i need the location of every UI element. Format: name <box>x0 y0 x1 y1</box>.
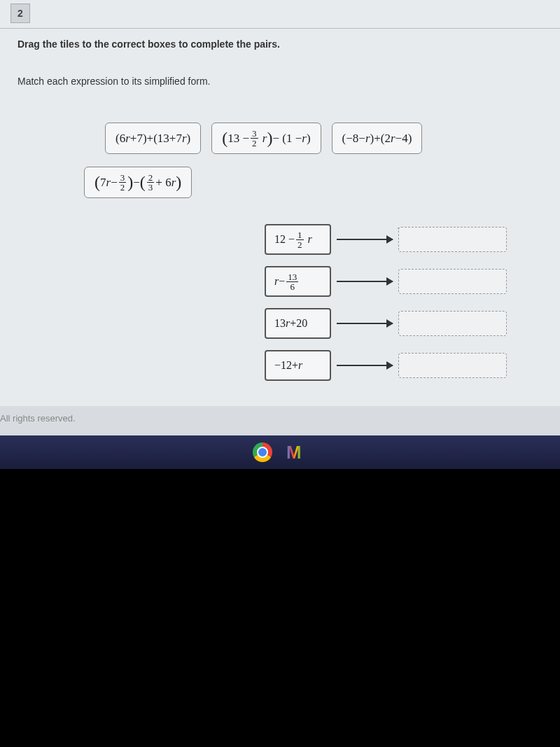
drop-zone-1[interactable] <box>398 227 507 252</box>
tiles-container: (6r+7)+(13+7r) (13 − 32 r) − (1 − r) (−8… <box>105 123 525 154</box>
arrow-icon <box>337 365 393 366</box>
answer-box-2: r − 136 <box>265 266 331 297</box>
drop-zone-2[interactable] <box>398 269 507 294</box>
expression-tile-1[interactable]: (6r+7)+(13+7r) <box>105 123 201 154</box>
match-row-4: −12+r <box>265 350 507 381</box>
drop-zone-4[interactable] <box>398 353 507 378</box>
content-area: 2 Drag the tiles to the correct boxes to… <box>0 0 560 406</box>
match-row-3: 13r+20 <box>265 308 507 339</box>
footer-copyright: All rights reserved. <box>0 413 76 424</box>
main-instruction: Drag the tiles to the correct boxes to c… <box>18 39 280 50</box>
answer-box-3: 13r+20 <box>265 308 331 339</box>
match-row-1: 12 − 12 r <box>265 224 507 255</box>
match-row-2: r − 136 <box>265 266 507 297</box>
arrow-icon <box>337 281 393 282</box>
expression-tile-4[interactable]: (7r − 32) − (23 + 6r) <box>84 167 192 198</box>
answer-box-1: 12 − 12 r <box>265 224 331 255</box>
expression-tile-3[interactable]: (−8−r)+(2r−4) <box>332 123 423 154</box>
black-bezel <box>0 469 560 747</box>
sub-instruction: Match each expression to its simplified … <box>18 76 210 87</box>
question-number-badge[interactable]: 2 <box>10 4 30 23</box>
question-number-text: 2 <box>18 8 23 19</box>
taskbar: M <box>0 435 560 469</box>
divider <box>0 28 560 29</box>
gmail-icon[interactable]: M <box>286 445 307 460</box>
answer-box-4: −12+r <box>265 350 331 381</box>
matching-area: 12 − 12 r r − 136 13r+20 −12+r <box>265 224 507 392</box>
arrow-icon <box>337 323 393 324</box>
chrome-icon[interactable] <box>253 442 272 462</box>
arrow-icon <box>337 239 393 240</box>
expression-tile-2[interactable]: (13 − 32 r) − (1 − r) <box>211 123 321 154</box>
drop-zone-3[interactable] <box>398 311 507 336</box>
